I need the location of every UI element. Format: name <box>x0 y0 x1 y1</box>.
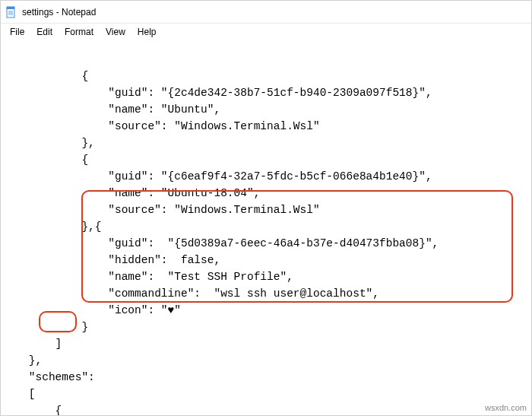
menu-help[interactable]: Help <box>131 25 163 39</box>
code-line: "schemes": <box>2 371 95 383</box>
menu-view[interactable]: View <box>100 25 131 39</box>
code-line: "guid": "{2c4de342-38b7-51cf-b940-2309a0… <box>2 87 432 99</box>
code-line: "guid": "{c6eaf9f4-32a7-5fdc-b5cf-066e8a… <box>2 170 432 183</box>
menu-file[interactable]: File <box>4 25 30 39</box>
code-line: } <box>2 321 88 333</box>
code-line: },{ <box>2 221 102 233</box>
code-line: "hidden": false, <box>2 254 220 266</box>
code-line: "guid": "{5d0389a7-6eec-46a4-b37e-d40473… <box>2 237 439 249</box>
svg-rect-1 <box>7 7 14 9</box>
menu-format[interactable]: Format <box>59 25 100 39</box>
code-line: "source": "Windows.Terminal.Wsl" <box>2 120 320 132</box>
code-line: { <box>2 70 88 82</box>
watermark: wsxdn.com <box>485 403 527 412</box>
window-title: settings - Notepad <box>22 7 96 17</box>
code-line: [ <box>2 388 36 400</box>
code-line: "name": "Test SSH Profile", <box>2 271 293 283</box>
code-line: ] <box>2 338 62 350</box>
code-line: "name": "Ubuntu-18.04", <box>2 187 260 199</box>
titlebar: settings - Notepad <box>1 1 531 24</box>
menubar: File Edit Format View Help <box>1 24 531 40</box>
code-line: }, <box>2 137 95 149</box>
notepad-icon <box>5 6 17 18</box>
editor-content[interactable]: { "guid": "{2c4de342-38b7-51cf-b940-2309… <box>1 40 531 416</box>
code-line: "icon": "♥" <box>2 304 181 316</box>
menu-edit[interactable]: Edit <box>30 25 59 39</box>
code-line: { <box>2 154 88 166</box>
code-line: { <box>2 405 62 416</box>
code-line: "commandline": "wsl ssh user@localhost", <box>2 287 379 300</box>
code-line: }, <box>2 354 42 367</box>
code-line: "source": "Windows.Terminal.Wsl" <box>2 204 320 216</box>
code-line: "name": "Ubuntu", <box>2 103 220 116</box>
